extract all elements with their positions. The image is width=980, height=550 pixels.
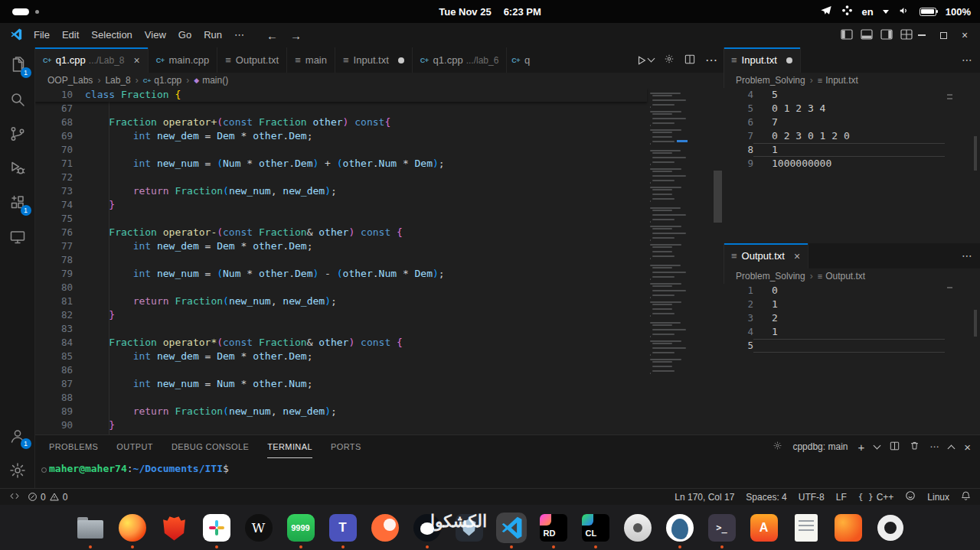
code-line[interactable]: 75 xyxy=(35,212,647,226)
menu-file[interactable]: File xyxy=(28,23,56,47)
settings-gear-icon[interactable] xyxy=(8,461,27,480)
dock-wikipedia[interactable]: W xyxy=(243,513,274,543)
dock-orange-app[interactable] xyxy=(833,513,864,543)
more-actions-icon[interactable]: ⋯ xyxy=(705,53,717,67)
configure-gear-icon[interactable] xyxy=(664,54,675,67)
code-line[interactable]: 67 xyxy=(35,102,647,116)
accounts-icon[interactable]: 1 xyxy=(8,427,27,445)
kill-terminal-icon[interactable] xyxy=(910,441,920,453)
back-arrow-icon[interactable]: ← xyxy=(266,29,278,42)
menu-view[interactable]: View xyxy=(139,23,172,47)
input-editor[interactable]: 4550 1 2 3 46770 2 3 0 1 2 0819100000000… xyxy=(724,88,980,243)
code-line[interactable]: 45 xyxy=(724,88,980,102)
cursor-position[interactable]: Ln 170, Col 17 xyxy=(675,492,734,503)
command-decoration-icon[interactable] xyxy=(41,467,47,473)
code-line[interactable]: 88 xyxy=(35,391,647,405)
keyboard-layout[interactable]: en xyxy=(862,6,874,18)
terminal[interactable]: maher@maher74:~/Documents/ITI$ xyxy=(35,458,980,489)
more-actions-icon[interactable]: ⋯ xyxy=(962,243,972,268)
code-line[interactable]: 41 xyxy=(724,325,980,339)
code-line[interactable]: 10 xyxy=(724,284,980,298)
dock-postman[interactable] xyxy=(370,513,400,543)
more-actions-icon[interactable]: ⋯ xyxy=(929,441,939,452)
remote-explorer-icon[interactable] xyxy=(8,228,27,246)
launch-gear-icon[interactable] xyxy=(773,441,782,453)
code-line[interactable]: 71 int new_num = (Num * other.Dem) + (ot… xyxy=(35,157,647,171)
tab-output-txt[interactable]: ≡ Output.txt × xyxy=(724,243,808,268)
toggle-secondary-sidebar-icon[interactable] xyxy=(880,29,893,42)
dock-clion[interactable]: CL xyxy=(580,513,611,543)
remote-indicator-icon[interactable] xyxy=(9,491,20,503)
code-line[interactable]: 70 2 3 0 1 2 0 xyxy=(724,129,980,143)
tab-main-cpp[interactable]: C+main.cpp xyxy=(149,47,218,73)
dock-postgresql[interactable] xyxy=(665,513,695,543)
breadcrumb-item[interactable]: main() xyxy=(202,75,228,86)
code-line[interactable]: 83 xyxy=(35,322,647,336)
source-control-icon[interactable] xyxy=(8,125,27,143)
workspace-indicator-active[interactable] xyxy=(12,8,29,15)
menu-more[interactable]: ⋯ xyxy=(228,23,250,47)
more-actions-icon[interactable]: ⋯ xyxy=(962,47,972,73)
tab-q1-cpp[interactable]: C+q1.cpp.../Lab_8× xyxy=(35,47,149,73)
code-line[interactable]: 69 int new_dem = Dem * other.Dem; xyxy=(35,129,647,143)
code-line[interactable]: 67 xyxy=(724,116,980,129)
tab-q1-cpp[interactable]: C+q1.cpp.../lab_6 xyxy=(413,47,508,73)
split-terminal-icon[interactable] xyxy=(890,441,900,453)
modified-dot-icon[interactable] xyxy=(786,57,792,63)
indentation[interactable]: Spaces: 4 xyxy=(746,492,786,503)
code-line[interactable]: 80 xyxy=(35,281,647,295)
breadcrumb-item[interactable]: OOP_Labs xyxy=(47,75,93,86)
forward-arrow-icon[interactable]: → xyxy=(290,29,302,42)
code-line[interactable]: 85 int new_dem = Dem * other.Dem; xyxy=(35,350,647,363)
maximize-panel-icon[interactable] xyxy=(948,444,956,452)
sticky-line[interactable]: 10class Fraction { xyxy=(35,88,647,102)
dock-documents-app[interactable] xyxy=(791,513,822,543)
code-editor[interactable]: 6768 Fraction operator+(const Fraction o… xyxy=(35,88,724,434)
breadcrumb-item[interactable]: Output.txt xyxy=(825,271,865,282)
dock-teams[interactable]: T xyxy=(328,513,358,543)
panel-tab-ports[interactable]: PORTS xyxy=(331,436,361,458)
dock-terminal[interactable]: >_ xyxy=(707,513,737,543)
volume-icon[interactable] xyxy=(898,5,910,19)
run-debug-icon[interactable] xyxy=(8,159,27,177)
tray-app-icon[interactable] xyxy=(841,5,853,18)
run-dropdown-chevron-icon[interactable] xyxy=(648,55,655,63)
dock-rider[interactable]: RD xyxy=(538,513,569,543)
feedback-icon[interactable] xyxy=(905,490,916,503)
tab-main[interactable]: ≡main xyxy=(287,47,335,73)
battery-icon[interactable] xyxy=(920,8,936,16)
code-line[interactable]: 86 xyxy=(35,363,647,377)
dock-firefox[interactable] xyxy=(117,513,148,543)
problems-status[interactable]: 0 0 xyxy=(28,492,67,503)
eol-sequence[interactable]: LF xyxy=(836,492,847,503)
extensions-icon[interactable]: 1 xyxy=(8,194,27,212)
toggle-sidebar-icon[interactable] xyxy=(841,29,853,42)
tab-input-txt[interactable]: ≡ Input.txt xyxy=(724,47,801,73)
os-status[interactable]: Linux xyxy=(927,492,949,503)
code-line[interactable]: 73 return Fraction(new_num, new_dem); xyxy=(35,184,647,198)
dock-whatsapp[interactable]: 9999 xyxy=(286,513,316,543)
breadcrumb-item[interactable]: q1.cpp xyxy=(154,75,181,86)
new-terminal-icon[interactable]: + xyxy=(858,441,864,454)
dock-brave[interactable] xyxy=(159,513,190,543)
code-line[interactable]: 68 Fraction operator+(const Fraction oth… xyxy=(35,116,647,129)
panel-tab-debug-console[interactable]: DEBUG CONSOLE xyxy=(172,436,249,458)
close-icon[interactable]: × xyxy=(134,54,140,67)
scrollbar-thumb[interactable] xyxy=(974,310,977,337)
dock-a-app[interactable]: A xyxy=(749,513,779,543)
dock-slack[interactable] xyxy=(201,513,232,543)
tab-output-txt[interactable]: ≡Output.txt xyxy=(217,47,287,73)
workspace-indicator-dot[interactable] xyxy=(35,10,39,14)
dock-media-player[interactable] xyxy=(622,513,653,543)
scrollbar-thumb[interactable] xyxy=(974,136,977,171)
menu-run[interactable]: Run xyxy=(198,23,228,47)
panel-tab-terminal[interactable]: TERMINAL xyxy=(267,436,312,458)
notifications-bell-icon[interactable] xyxy=(961,490,971,503)
code-line[interactable]: 79 int new_num = (Num * other.Dem) - (ot… xyxy=(35,267,647,281)
code-line[interactable]: 81 return Fraction(new_num, new_dem); xyxy=(35,295,647,308)
breadcrumb-item[interactable]: Problem_Solving xyxy=(736,75,805,86)
maximize-button[interactable] xyxy=(933,23,954,47)
dock-show-apps[interactable] xyxy=(875,513,906,543)
close-panel-icon[interactable]: × xyxy=(964,441,971,454)
close-window-button[interactable]: × xyxy=(954,23,975,47)
